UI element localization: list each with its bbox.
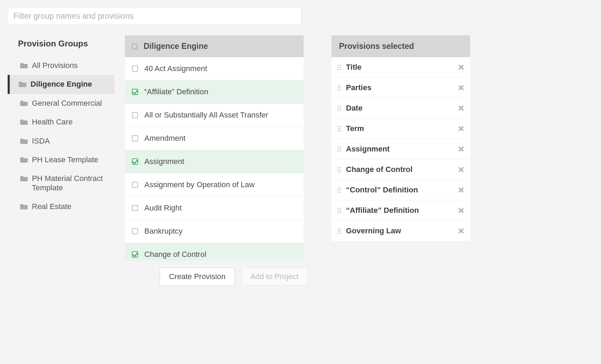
sidebar-item[interactable]: All Provisions xyxy=(17,56,115,75)
drag-handle-icon[interactable] xyxy=(338,228,341,234)
selected-item-label: Assignment xyxy=(346,145,458,154)
selected-item: Parties xyxy=(331,78,470,98)
selected-item-label: Term xyxy=(346,124,458,133)
remove-icon[interactable] xyxy=(458,146,464,152)
selected-item: Term xyxy=(331,119,470,139)
selected-item: “Control” Definition xyxy=(331,180,470,200)
selected-item: Assignment xyxy=(331,139,470,159)
provision-item[interactable]: 40 Act Assignment xyxy=(125,57,304,80)
footer: Create Provision Add to Project xyxy=(160,261,594,292)
checkbox-icon[interactable] xyxy=(132,66,138,72)
remove-icon[interactable] xyxy=(458,125,464,132)
selected-item-label: Date xyxy=(346,104,458,113)
sidebar-item-label: All Provisions xyxy=(32,61,78,70)
provision-item[interactable]: Amendment xyxy=(125,127,304,150)
remove-icon[interactable] xyxy=(458,228,464,234)
folder-icon xyxy=(20,175,28,182)
sidebar-item-label: General Commercial xyxy=(32,99,102,108)
sidebar-item[interactable]: Real Estate xyxy=(17,197,115,216)
provision-item[interactable]: All or Substantially All Asset Transfer xyxy=(125,104,304,127)
folder-icon xyxy=(20,100,28,106)
selected-item-label: “Control” Definition xyxy=(346,185,458,194)
folder-icon xyxy=(20,203,28,210)
provision-item-label: 40 Act Assignment xyxy=(144,64,207,73)
provision-item-label: “Affiliate” Definition xyxy=(144,87,208,96)
folder-icon xyxy=(20,157,28,163)
add-to-project-button: Add to Project xyxy=(241,268,308,286)
provision-item-label: Amendment xyxy=(144,134,186,143)
provision-item[interactable]: Bankruptcy xyxy=(125,220,304,243)
sidebar-item-label: Real Estate xyxy=(32,202,71,211)
provision-item[interactable]: Assignment by Operation of Law xyxy=(125,173,304,197)
provision-item-label: Assignment by Operation of Law xyxy=(144,180,255,189)
remove-icon[interactable] xyxy=(458,187,464,193)
drag-handle-icon[interactable] xyxy=(338,208,341,213)
checkbox-checked-icon[interactable] xyxy=(132,89,138,95)
drag-handle-icon[interactable] xyxy=(338,106,341,111)
sidebar-item-label: Diligence Engine xyxy=(31,80,92,89)
provision-item[interactable]: Assignment xyxy=(125,150,304,173)
checkbox-icon[interactable] xyxy=(132,205,138,211)
folder-icon xyxy=(20,138,28,144)
sidebar-item-label: PH Material Contract Template xyxy=(32,174,110,192)
sidebar-item-label: ISDA xyxy=(32,137,50,146)
provision-item[interactable]: Change of Control xyxy=(125,243,304,261)
drag-handle-icon[interactable] xyxy=(338,188,341,193)
drag-handle-icon[interactable] xyxy=(338,167,341,172)
selected-item: Governing Law xyxy=(331,221,470,241)
selected-item: “Affiliate” Definition xyxy=(331,200,470,221)
sidebar-title: Provision Groups xyxy=(18,39,115,49)
provision-item-label: Assignment xyxy=(144,157,184,166)
selected-item: Change of Control xyxy=(331,159,470,180)
remove-icon[interactable] xyxy=(458,105,464,111)
checkbox-icon[interactable] xyxy=(132,135,138,141)
provisions-panel-title: Diligence Engine xyxy=(144,42,208,51)
sidebar-item[interactable]: PH Lease Template xyxy=(17,150,115,169)
drag-handle-icon[interactable] xyxy=(338,85,341,90)
selected-panel: Provisions selected TitlePartiesDateTerm… xyxy=(331,35,470,241)
checkbox-icon[interactable] xyxy=(132,112,138,118)
create-provision-button[interactable]: Create Provision xyxy=(160,268,235,286)
sidebar-item[interactable]: PH Material Contract Template xyxy=(17,169,115,197)
remove-icon[interactable] xyxy=(458,166,464,173)
selected-item-label: Title xyxy=(346,63,458,72)
selected-item: Title xyxy=(331,57,470,78)
provisions-panel: Diligence Engine 40 Act Assignment“Affil… xyxy=(125,35,304,261)
checkbox-icon[interactable] xyxy=(132,182,138,188)
checkbox-icon[interactable] xyxy=(132,228,138,234)
remove-icon[interactable] xyxy=(458,207,464,214)
filter-input[interactable] xyxy=(7,7,302,25)
selected-item-label: Governing Law xyxy=(346,226,458,235)
folder-icon xyxy=(20,62,28,69)
drag-handle-icon[interactable] xyxy=(338,126,341,131)
sidebar-item[interactable]: General Commercial xyxy=(17,94,115,113)
selected-panel-header: Provisions selected xyxy=(331,35,470,57)
remove-icon[interactable] xyxy=(458,64,464,70)
folder-icon xyxy=(19,81,26,87)
drag-handle-icon[interactable] xyxy=(338,65,341,70)
provision-item[interactable]: Audit Right xyxy=(125,197,304,220)
selected-item-label: Parties xyxy=(346,83,458,92)
provisions-scroll[interactable]: 40 Act Assignment“Affiliate” DefinitionA… xyxy=(125,57,304,261)
drag-handle-icon[interactable] xyxy=(338,147,341,152)
provision-item-label: Audit Right xyxy=(144,203,182,213)
sidebar-item-label: Health Care xyxy=(32,118,73,127)
selected-item: Date xyxy=(331,98,470,119)
sidebar-item[interactable]: Diligence Engine xyxy=(8,75,115,94)
select-all-checkbox[interactable] xyxy=(132,44,137,49)
sidebar-item-label: PH Lease Template xyxy=(32,155,99,164)
checkbox-checked-icon[interactable] xyxy=(132,158,138,165)
folder-icon xyxy=(20,119,28,125)
provision-groups-sidebar: Provision Groups All ProvisionsDiligence… xyxy=(7,35,115,216)
provisions-panel-header: Diligence Engine xyxy=(125,35,304,57)
provision-item[interactable]: “Affiliate” Definition xyxy=(125,80,304,104)
provision-item-label: All or Substantially All Asset Transfer xyxy=(144,111,268,120)
sidebar-item[interactable]: Health Care xyxy=(17,113,115,131)
provision-item-label: Bankruptcy xyxy=(144,227,183,236)
selected-item-label: “Affiliate” Definition xyxy=(346,206,458,215)
selected-item-label: Change of Control xyxy=(346,165,458,174)
remove-icon[interactable] xyxy=(458,85,464,91)
sidebar-item[interactable]: ISDA xyxy=(17,132,115,150)
provision-item-label: Change of Control xyxy=(144,250,206,259)
checkbox-checked-icon[interactable] xyxy=(132,251,138,258)
